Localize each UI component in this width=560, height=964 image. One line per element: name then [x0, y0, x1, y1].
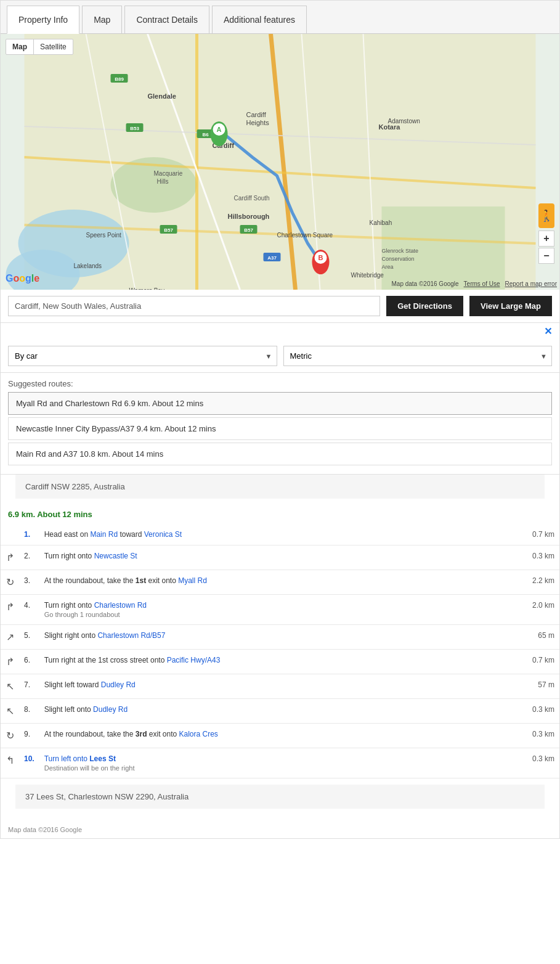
step-dist-9: 0.3 km	[483, 724, 559, 748]
step-row-1: 1. Head east on Main Rd toward Veronica …	[1, 524, 559, 545]
step-row-10: ↰ 10. Turn left onto Lees St Destination…	[1, 748, 559, 778]
google-logo: Google	[6, 272, 39, 286]
step-link-lees-st[interactable]: Turn left onto Lees St	[44, 754, 116, 763]
destination-address-box: 37 Lees St, Charlestown NSW 2290, Austra…	[15, 785, 545, 809]
step-desc-8: Slight left onto Dudley Rd	[39, 699, 483, 724]
map-container: B89 B53 B6 B57 B57 A37 Glendale Cardiff …	[1, 34, 559, 290]
step-num-6: 6.	[19, 650, 39, 674]
svg-text:Cardiff: Cardiff	[246, 111, 267, 118]
route-item-2[interactable]: Newcastle Inner City Bypass/A37 9.4 km. …	[8, 417, 552, 440]
tab-contract-details[interactable]: Contract Details	[124, 6, 209, 33]
svg-text:Hillsborough: Hillsborough	[228, 213, 270, 220]
svg-text:Whitebridge: Whitebridge	[351, 272, 384, 279]
step-dist-3: 2.2 km	[483, 570, 559, 595]
step-desc-2: Turn right onto Newcastle St	[39, 545, 483, 570]
step-row-6: ↱ 6. Turn right at the 1st cross street …	[1, 650, 559, 674]
close-directions-button[interactable]: ✕	[544, 325, 552, 337]
step-icon-5: ↗	[1, 625, 19, 650]
pegman-icon[interactable]: 🚶	[538, 203, 554, 228]
step-icon-9: ↻	[1, 724, 19, 748]
view-large-map-button[interactable]: View Large Map	[469, 296, 552, 316]
svg-point-49	[217, 141, 222, 146]
svg-text:B57: B57	[164, 227, 173, 233]
svg-text:Adamstown: Adamstown	[388, 118, 420, 125]
step-desc-7: Slight left toward Dudley Rd	[39, 674, 483, 699]
step-icon-7: ↖	[1, 674, 19, 699]
map-type-map-btn[interactable]: Map	[6, 39, 34, 54]
zoom-out-button[interactable]: −	[538, 248, 554, 264]
step-num-1: 1.	[19, 524, 39, 545]
svg-text:Glendale: Glendale	[148, 92, 176, 100]
step-link-dudley-rd-2[interactable]: Dudley Rd	[93, 705, 128, 714]
map-type-control: Map Satellite	[6, 39, 73, 55]
step-link-charlestown-rd-b57[interactable]: Charlestown Rd/B57	[97, 631, 165, 640]
svg-text:B6: B6	[202, 132, 209, 137]
step-desc-9: At the roundabout, take the 3rd exit ont…	[39, 724, 483, 748]
step-link-pacific-hwy[interactable]: Pacific Hwy/A43	[167, 656, 221, 664]
tab-additional-features[interactable]: Additional features	[212, 6, 307, 33]
step-row-7: ↖ 7. Slight left toward Dudley Rd 57 m	[1, 674, 559, 699]
tab-bar: Property Info Map Contract Details Addit…	[1, 1, 559, 34]
step-link-main-rd[interactable]: Main Rd	[90, 530, 118, 539]
units-select[interactable]: Metric Imperial	[283, 346, 553, 366]
svg-text:Kahibah: Kahibah	[370, 219, 392, 226]
step-link-myall-rd[interactable]: Myall Rd	[178, 576, 207, 585]
route-item-3[interactable]: Main Rd and A37 10.8 km. About 14 mins	[8, 443, 552, 465]
get-directions-button[interactable]: Get Directions	[386, 296, 463, 316]
dropdowns-row: By car By transit Walking Cycling ▼ Metr…	[1, 340, 559, 373]
svg-text:Area: Area	[382, 264, 394, 270]
step-link-veronica-st[interactable]: Veronica St	[144, 530, 182, 539]
step-desc-5: Slight right onto Charlestown Rd/B57	[39, 625, 483, 650]
step-icon-2: ↱	[1, 545, 19, 570]
step-link-dudley-rd-1[interactable]: Dudley Rd	[101, 680, 136, 689]
map-attribution: Map data ©2016 Google Terms of Use Repor…	[391, 280, 557, 287]
svg-text:Warners Bay: Warners Bay	[129, 287, 164, 290]
step-desc-3: At the roundabout, take the 1st exit ont…	[39, 570, 483, 595]
step-dist-2: 0.3 km	[483, 545, 559, 570]
step-desc-10: Turn left onto Lees St Destination will …	[39, 748, 483, 778]
step-sub-4: Go through 1 roundabout	[44, 611, 478, 618]
step-icon-10: ↰	[1, 748, 19, 778]
svg-text:A: A	[217, 126, 222, 133]
step-sub-10: Destination will be on the right	[44, 764, 478, 772]
map-type-satellite-btn[interactable]: Satellite	[34, 39, 73, 54]
svg-text:Cardiff South: Cardiff South	[234, 195, 270, 202]
step-desc-6: Turn right at the 1st cross street onto …	[39, 650, 483, 674]
step-row-3: ↻ 3. At the roundabout, take the 1st exi…	[1, 570, 559, 595]
svg-text:Macquarie: Macquarie	[154, 170, 183, 177]
destination-section: 37 Lees St, Charlestown NSW 2290, Austra…	[1, 785, 559, 821]
map-controls-right: 🚶 + −	[538, 203, 554, 265]
step-link-newcastle-st[interactable]: Newcastle St	[94, 552, 137, 560]
step-num-4: 4.	[19, 595, 39, 625]
step-dist-8: 0.3 km	[483, 699, 559, 724]
step-dist-6: 0.7 km	[483, 650, 559, 674]
travel-mode-dropdown-wrap: By car By transit Walking Cycling ▼	[8, 346, 277, 366]
zoom-in-button[interactable]: +	[538, 231, 554, 247]
step-icon-8: ↖	[1, 699, 19, 724]
directions-bar: Get Directions View Large Map	[1, 290, 559, 323]
step-link-kalora-cres[interactable]: Kalora Cres	[179, 730, 218, 738]
svg-point-53	[319, 269, 323, 274]
tab-property-info[interactable]: Property Info	[7, 6, 79, 34]
svg-text:B53: B53	[130, 126, 139, 131]
svg-text:Speers Point: Speers Point	[86, 232, 121, 239]
travel-mode-select[interactable]: By car By transit Walking Cycling	[8, 346, 277, 366]
step-num-9: 9.	[19, 724, 39, 748]
step-row-2: ↱ 2. Turn right onto Newcastle St 0.3 km	[1, 545, 559, 570]
svg-text:Conservation: Conservation	[382, 256, 415, 262]
origin-address-box: Cardiff NSW 2285, Australia	[15, 475, 545, 499]
step-dist-1: 0.7 km	[483, 524, 559, 545]
step-num-8: 8.	[19, 699, 39, 724]
step-desc-1: Head east on Main Rd toward Veronica St	[39, 524, 483, 545]
svg-text:Charlestown Square: Charlestown Square	[277, 232, 333, 239]
directions-input[interactable]	[8, 296, 380, 316]
route-item-1[interactable]: Myall Rd and Charlestown Rd 6.9 km. Abou…	[8, 392, 552, 415]
tab-map[interactable]: Map	[82, 6, 122, 33]
step-num-3: 3.	[19, 570, 39, 595]
origin-section: Cardiff NSW 2285, Australia	[1, 475, 559, 505]
suggested-routes-section: Suggested routes: Myall Rd and Charlesto…	[1, 373, 559, 475]
step-link-charlestown-rd[interactable]: Charlestown Rd	[94, 601, 147, 610]
svg-text:Glenrock State: Glenrock State	[382, 248, 419, 254]
step-num-7: 7.	[19, 674, 39, 699]
units-dropdown-wrap: Metric Imperial ▼	[283, 346, 553, 366]
